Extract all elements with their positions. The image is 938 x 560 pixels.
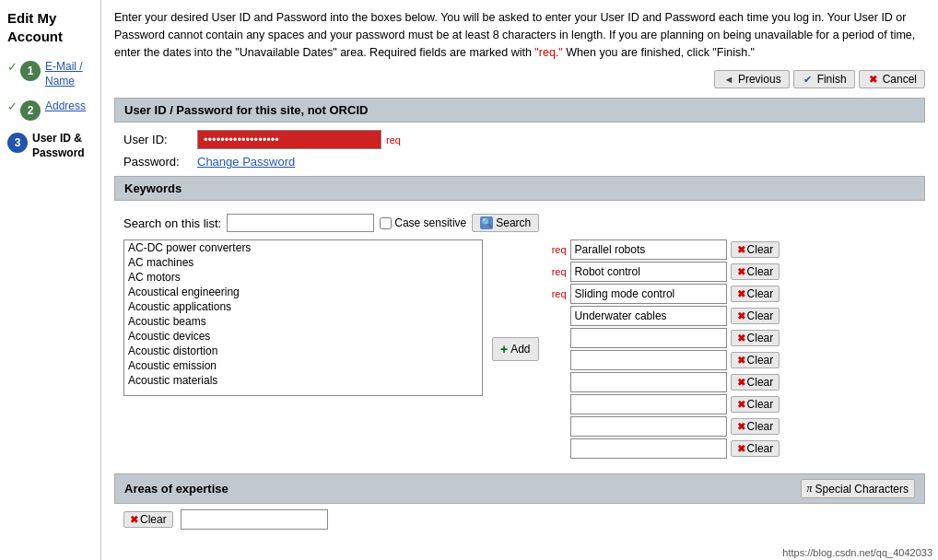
kw-clear-3[interactable]: ✖ Clear <box>731 286 780 302</box>
kw-row-6: ✖ Clear <box>548 350 780 370</box>
x-icon-4: ✖ <box>737 310 745 322</box>
kw-row-10: ✖ Clear <box>548 438 780 459</box>
clear-label-6: Clear <box>747 354 774 367</box>
add-button[interactable]: + Add <box>492 337 539 361</box>
step-1[interactable]: ✓ 1 E-Mail / Name <box>7 60 93 88</box>
areas-clear-button[interactable]: ✖ Clear <box>123 511 173 528</box>
cancel-label: Cancel <box>883 73 917 86</box>
case-sensitive-label[interactable]: Case sensitive <box>380 216 466 229</box>
previous-label: Previous <box>738 73 781 86</box>
clear-label-8: Clear <box>747 398 774 411</box>
special-characters-button[interactable]: π Special Characters <box>801 479 915 498</box>
list-item[interactable]: Acoustic applications <box>124 299 482 314</box>
list-item[interactable]: Acoustic materials <box>124 373 482 388</box>
step-circle-3: 3 <box>7 133 28 153</box>
clear-label-10: Clear <box>747 442 774 455</box>
kw-clear-5[interactable]: ✖ Clear <box>731 330 780 346</box>
step-3: 3 User ID & Password <box>7 132 93 160</box>
clear-label-2: Clear <box>747 265 774 278</box>
kw-row-2: req ✖ Clear <box>548 262 780 282</box>
search-input[interactable] <box>227 214 374 232</box>
list-item[interactable]: Acoustic devices <box>124 329 482 344</box>
sidebar-item-userid[interactable]: User ID & Password <box>32 132 93 160</box>
kw-clear-2[interactable]: ✖ Clear <box>731 263 780 280</box>
keywords-right-panel: req ✖ Clear req ✖ Clear <box>548 239 780 459</box>
keywords-body: AC-DC power converters AC machines AC mo… <box>114 239 925 468</box>
keywords-section-header: Keywords <box>114 176 925 201</box>
password-label: Password: <box>123 155 197 169</box>
areas-input[interactable] <box>181 509 328 530</box>
change-password-link[interactable]: Change Password <box>197 155 295 169</box>
finish-label: Finish <box>817 73 847 86</box>
kw-req-3: req <box>548 288 567 299</box>
kw-input-4[interactable] <box>570 306 727 326</box>
kw-row-7: ✖ Clear <box>548 372 780 392</box>
list-item[interactable]: AC machines <box>124 255 482 270</box>
x-icon-2: ✖ <box>737 266 745 278</box>
userid-input[interactable] <box>197 130 381 149</box>
clear-label-4: Clear <box>747 309 774 322</box>
clear-label-5: Clear <box>747 332 774 344</box>
areas-section: Areas of expertise π Special Characters … <box>114 473 925 535</box>
sidebar-item-email[interactable]: E-Mail / Name <box>45 60 93 88</box>
clear-label-1: Clear <box>747 243 774 256</box>
x-icon-6: ✖ <box>737 355 745 367</box>
userid-section-header: User ID / Password for this site, not OR… <box>114 98 925 122</box>
cancel-icon: ✖ <box>867 73 880 86</box>
kw-row-3: req ✖ Clear <box>548 284 780 304</box>
checkmark-1: ✓ <box>7 60 18 74</box>
kw-clear-9[interactable]: ✖ Clear <box>731 418 780 435</box>
x-icon-1: ✖ <box>737 244 745 256</box>
kw-input-6[interactable] <box>570 350 727 370</box>
search-row: Search on this list: Case sensitive 🔍 Se… <box>114 208 925 239</box>
list-item[interactable]: AC motors <box>124 270 482 285</box>
kw-input-7[interactable] <box>570 372 727 392</box>
kw-clear-1[interactable]: ✖ Clear <box>731 241 780 258</box>
sidebar: Edit My Account ✓ 1 E-Mail / Name ✓ 2 Ad… <box>0 0 101 560</box>
finish-icon: ✔ <box>802 73 815 86</box>
step-circle-2: 2 <box>20 100 41 121</box>
step-circle-1: 1 <box>20 61 41 81</box>
case-sensitive-checkbox[interactable] <box>380 217 392 229</box>
kw-input-3[interactable] <box>570 284 727 304</box>
sidebar-title: Edit My Account <box>7 9 93 45</box>
userid-label: User ID: <box>123 133 197 146</box>
kw-clear-7[interactable]: ✖ Clear <box>731 374 780 391</box>
areas-header: Areas of expertise π Special Characters <box>114 473 925 504</box>
areas-x-icon: ✖ <box>130 514 138 526</box>
kw-clear-4[interactable]: ✖ Clear <box>731 308 780 324</box>
sidebar-item-address[interactable]: Address <box>45 99 86 114</box>
areas-clear-label: Clear <box>140 513 167 526</box>
x-icon-7: ✖ <box>737 377 745 389</box>
list-item[interactable]: Acoustic emission <box>124 358 482 373</box>
x-icon-9: ✖ <box>737 421 745 433</box>
list-item[interactable]: Acoustic beams <box>124 314 482 329</box>
add-icon: + <box>500 342 508 356</box>
keyword-list[interactable]: AC-DC power converters AC machines AC mo… <box>123 239 483 396</box>
x-icon-3: ✖ <box>737 288 745 300</box>
kw-clear-10[interactable]: ✖ Clear <box>731 440 780 457</box>
kw-input-5[interactable] <box>570 328 727 348</box>
kw-req-2: req <box>548 266 567 277</box>
kw-row-8: ✖ Clear <box>548 394 780 414</box>
search-button[interactable]: 🔍 Search <box>472 214 539 232</box>
kw-input-9[interactable] <box>570 416 727 437</box>
kw-input-10[interactable] <box>570 438 727 459</box>
previous-button[interactable]: ◄ Previous <box>714 70 790 88</box>
list-item[interactable]: Acoustical engineering <box>124 285 482 299</box>
kw-input-8[interactable] <box>570 394 727 414</box>
list-item[interactable]: Acoustic distortion <box>124 344 482 358</box>
cancel-button[interactable]: ✖ Cancel <box>859 70 925 88</box>
case-sensitive-text: Case sensitive <box>394 216 466 229</box>
special-chars-label: Special Characters <box>815 483 909 496</box>
kw-clear-6[interactable]: ✖ Clear <box>731 352 780 368</box>
toolbar: ◄ Previous ✔ Finish ✖ Cancel <box>114 70 925 88</box>
kw-clear-8[interactable]: ✖ Clear <box>731 396 780 413</box>
step-2[interactable]: ✓ 2 Address <box>7 99 93 121</box>
main-content: Enter your desired User ID and Password … <box>101 0 938 560</box>
kw-input-2[interactable] <box>570 262 727 282</box>
list-item[interactable]: AC-DC power converters <box>124 240 482 255</box>
kw-row-5: ✖ Clear <box>548 328 780 348</box>
kw-input-1[interactable] <box>570 239 727 260</box>
finish-button[interactable]: ✔ Finish <box>793 70 855 88</box>
